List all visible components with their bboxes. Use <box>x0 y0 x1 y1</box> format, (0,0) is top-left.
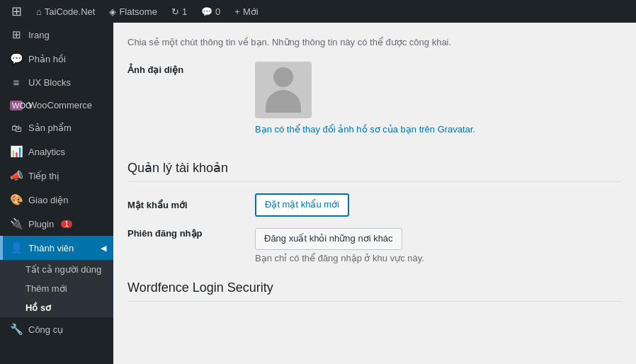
marketing-icon: 📣 <box>10 169 23 182</box>
wordpress-logo[interactable]: ⊞ <box>6 0 28 23</box>
sidebar-item-uxblocks[interactable]: ≡ UX Blocks <box>0 71 113 94</box>
analytics-icon: 📊 <box>10 145 23 158</box>
members-arrow: ◀ <box>101 244 106 253</box>
sidebar-item-tools[interactable]: 🔧 Công cụ <box>0 317 113 341</box>
password-row: Mật khẩu mới Đặt mật khẩu mới <box>127 193 622 217</box>
content-area: Chia sẻ một chút thông tin về bạn. Những… <box>113 23 636 364</box>
updates-item[interactable]: ↻ 1 <box>166 0 193 23</box>
comments-icon: 💬 <box>201 6 212 17</box>
bio-note: Chia sẻ một chút thông tin về bạn. Những… <box>127 37 622 47</box>
sidebar-item-plugins[interactable]: 🔌 Plugin 1 <box>0 212 113 236</box>
sidebar-label-dashboard: Irang <box>28 30 50 40</box>
sidebar-item-marketing[interactable]: 📣 Tiếp thị <box>0 164 113 188</box>
avatar-person <box>266 67 301 113</box>
sidebar-label-products: Sản phẩm <box>28 123 72 133</box>
sidebar: ⊞ Irang 💬 Phản hồi ≡ UX Blocks WOO WooCo… <box>0 23 113 364</box>
wordpress-icon: ⊞ <box>11 4 22 19</box>
password-field: Đặt mật khẩu mới <box>255 193 622 217</box>
plus-icon: + <box>234 6 240 17</box>
sidebar-item-woocommerce[interactable]: WOO WooCommerce <box>0 94 113 116</box>
logout-note: Bạn chỉ có thể đăng nhập ở khu vực này. <box>255 253 622 263</box>
session-field: Đăng xuất khỏi những nơi khác Bạn chỉ có… <box>255 228 622 263</box>
products-icon: 🛍 <box>10 122 23 134</box>
flatsome-item[interactable]: ◈ Flatsome <box>103 0 162 23</box>
sidebar-label-plugins: Plugin <box>28 219 54 229</box>
woocommerce-icon: WOO <box>10 101 23 110</box>
sidebar-item-members[interactable]: 👤 Thành viên ◀ <box>0 236 113 260</box>
plugins-badge: 1 <box>61 220 72 228</box>
sidebar-label-woocommerce: WooCommerce <box>28 100 92 110</box>
members-submenu: Tất cả người dùng Thêm mới Hồ sơ <box>0 260 113 317</box>
flatsome-icon: ◈ <box>109 6 116 17</box>
session-label: Phiên đăng nhập <box>127 228 255 239</box>
sidebar-item-appearance[interactable]: 🎨 Giao diện <box>0 188 113 212</box>
posts-icon: 💬 <box>10 52 23 65</box>
sidebar-label-members: Thành viên <box>28 243 74 254</box>
sidebar-label-uxblocks: UX Blocks <box>28 77 71 88</box>
sidebar-label-tools: Công cụ <box>28 324 63 335</box>
sidebar-label-appearance: Giao diện <box>28 195 68 205</box>
updates-icon: ↻ <box>171 6 179 17</box>
sidebar-item-posts[interactable]: 💬 Phản hồi <box>0 47 113 71</box>
members-icon: 👤 <box>10 241 23 254</box>
main-layout: ⊞ Irang 💬 Phản hồi ≡ UX Blocks WOO WooCo… <box>0 23 636 364</box>
sidebar-label-analytics: Analytics <box>28 147 65 157</box>
sidebar-label-posts: Phản hồi <box>28 54 66 64</box>
wordfence-heading: Wordfence Login Security <box>127 280 622 302</box>
sidebar-sub-add-new[interactable]: Thêm mới <box>0 279 113 298</box>
appearance-icon: 🎨 <box>10 193 23 206</box>
tools-icon: 🔧 <box>10 323 23 336</box>
uxblocks-icon: ≡ <box>10 76 23 89</box>
sidebar-item-dashboard[interactable]: ⊞ Irang <box>0 23 113 47</box>
set-password-button[interactable]: Đặt mật khẩu mới <box>255 193 349 217</box>
sidebar-sub-all-users[interactable]: Tất cả người dùng <box>0 260 113 279</box>
account-management-heading: Quản lý tài khoản <box>127 160 622 182</box>
admin-bar: ⊞ ⌂ TaiCode.Net ◈ Flatsome ↻ 1 💬 0 + Mới <box>0 0 636 23</box>
plugins-icon: 🔌 <box>10 217 23 230</box>
site-name[interactable]: ⌂ TaiCode.Net <box>30 0 101 23</box>
avatar-head <box>273 67 293 87</box>
dashboard-icon: ⊞ <box>10 28 23 41</box>
avatar-body <box>266 90 301 113</box>
sidebar-label-marketing: Tiếp thị <box>28 171 59 181</box>
avatar-image <box>255 62 312 118</box>
avatar-label: Ảnh đại diện <box>127 62 255 75</box>
comments-item[interactable]: 💬 0 <box>195 0 226 23</box>
new-item[interactable]: + Mới <box>229 0 263 23</box>
sidebar-sub-profile[interactable]: Hồ sơ <box>0 298 113 317</box>
sidebar-item-analytics[interactable]: 📊 Analytics <box>0 140 113 164</box>
gravatar-link[interactable]: Bạn có thể thay đổi ảnh hồ sơ của bạn tr… <box>255 124 475 135</box>
logout-button[interactable]: Đăng xuất khỏi những nơi khác <box>255 228 402 250</box>
site-home-icon: ⌂ <box>36 6 42 17</box>
avatar-container: Bạn có thể thay đổi ảnh hồ sơ của bạn tr… <box>255 62 475 135</box>
avatar-row: Ảnh đại diện Bạn có thể thay đổi ảnh hồ … <box>127 62 622 146</box>
password-label: Mật khẩu mới <box>127 200 255 210</box>
session-row: Phiên đăng nhập Đăng xuất khỏi những nơi… <box>127 228 622 263</box>
sidebar-item-products[interactable]: 🛍 Sản phẩm <box>0 116 113 140</box>
